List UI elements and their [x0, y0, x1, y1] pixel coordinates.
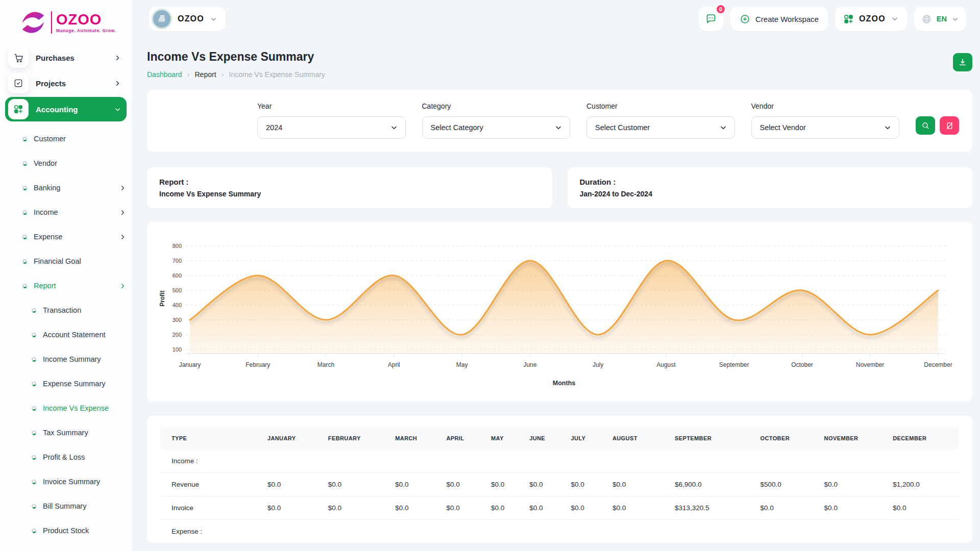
sidebar-item-banking[interactable]: Banking	[5, 176, 127, 200]
brand-logo[interactable]: OZOO Manage. Automate. Grow.	[0, 6, 132, 38]
svg-text:800: 800	[173, 243, 182, 249]
sidebar-nav: PurchasesProjectsAccountingCustomerVendo…	[0, 38, 132, 551]
chevron-down-icon	[719, 123, 727, 132]
sidebar-item-label: Report	[34, 282, 112, 290]
breadcrumb-dashboard[interactable]: Dashboard	[147, 70, 182, 79]
workspace-selector[interactable]: OZOO	[149, 7, 226, 31]
sidebar-item-label: Expense	[34, 233, 112, 241]
sidebar-item-vendor[interactable]: Vendor	[5, 151, 127, 176]
apply-filter-button[interactable]	[916, 116, 935, 135]
sidebar-item-income-summary[interactable]: Income Summary	[5, 347, 127, 371]
sidebar-item-label: Invoice Summary	[43, 478, 127, 486]
row-value: $313,320.5	[671, 496, 756, 520]
table-header-cell: TYPE	[160, 427, 263, 449]
report-value: Income Vs Expense Summary	[159, 190, 540, 198]
brand-swirl-icon	[19, 9, 47, 36]
row-value: $0.0	[442, 496, 487, 520]
category-select[interactable]: Select Category	[422, 116, 571, 139]
breadcrumb-report[interactable]: Report	[195, 70, 216, 79]
sidebar-item-profit-loss[interactable]: Profit & Loss	[5, 445, 127, 469]
sidebar-item-expense[interactable]: Expense	[5, 224, 127, 249]
chevron-down-icon	[554, 123, 562, 132]
download-report-button[interactable]	[953, 53, 972, 71]
workspace-name: OZOO	[178, 14, 204, 23]
sidebar-submenu: TransactionAccount StatementIncome Summa…	[5, 298, 127, 551]
svg-text:April: April	[388, 361, 400, 368]
chevron-down-icon	[884, 123, 892, 132]
svg-text:November: November	[856, 361, 884, 368]
filter-spacer	[160, 102, 241, 139]
create-workspace-button[interactable]: Create Workspace	[730, 7, 828, 31]
chat-bubble-icon	[705, 13, 717, 25]
chevron-down-icon	[390, 123, 398, 132]
sidebar-item-product-stock[interactable]: Product Stock	[5, 518, 127, 543]
sidebar-item-tax-summary[interactable]: Tax Summary	[5, 420, 127, 445]
chart-y-axis-title: Profit	[159, 290, 166, 306]
sidebar-item-label: Tax Summary	[43, 429, 127, 437]
table-section-row: Income :	[160, 449, 959, 473]
year-label: Year	[257, 102, 406, 110]
company-name: OZOO	[859, 14, 886, 23]
row-label: Revenue	[160, 473, 263, 496]
sidebar-item-transaction[interactable]: Transaction	[5, 298, 127, 322]
row-value: $0.0	[324, 473, 391, 496]
area-chart-svg: 800700600500400300200100JanuaryFebruaryM…	[157, 233, 963, 395]
language-code: EN	[937, 15, 947, 23]
bullet-icon	[32, 406, 36, 411]
svg-text:December: December	[924, 361, 952, 368]
row-value: $0.0	[391, 473, 442, 496]
sidebar-item-expense-summary[interactable]: Expense Summary	[5, 371, 127, 396]
building-icon	[156, 13, 167, 24]
vendor-label: Vendor	[751, 102, 900, 110]
sidebar-item-report[interactable]: Report	[5, 273, 127, 298]
sidebar-item-purchases[interactable]: Purchases	[5, 46, 127, 69]
row-value: $0.0	[567, 473, 608, 496]
bullet-icon	[22, 137, 27, 141]
sidebar-item-accounting[interactable]: Accounting	[5, 97, 127, 121]
table-header-cell: JUNE	[525, 427, 567, 449]
row-value: $0.0	[608, 473, 671, 496]
company-selector[interactable]: OZOO	[835, 7, 907, 31]
breadcrumb-current: Income Vs Expense Summary	[229, 70, 325, 79]
row-value: $0.0	[889, 496, 959, 520]
table-header-cell: SEPTEMBER	[671, 427, 756, 449]
duration-info-card: Duration : Jan-2024 to Dec-2024	[568, 167, 973, 208]
row-value: $0.0	[820, 496, 889, 520]
language-selector[interactable]: EN	[914, 7, 966, 31]
bullet-icon	[22, 259, 27, 264]
chevron-down-icon	[891, 15, 899, 23]
grid-plus-icon	[8, 99, 29, 119]
sidebar-item-invoice-summary[interactable]: Invoice Summary	[5, 469, 127, 494]
year-select[interactable]: 2024	[257, 116, 406, 139]
sidebar-item-income[interactable]: Income	[5, 200, 127, 224]
table-header-cell: MAY	[487, 427, 525, 449]
reset-filter-button[interactable]	[940, 116, 959, 135]
sidebar-item-projects[interactable]: Projects	[5, 71, 127, 95]
profit-area-chart: 800700600500400300200100JanuaryFebruaryM…	[157, 233, 962, 395]
svg-text:March: March	[317, 361, 334, 368]
vendor-select[interactable]: Select Vendor	[751, 116, 900, 139]
messages-button[interactable]: 0	[699, 7, 723, 31]
svg-text:July: July	[593, 361, 603, 368]
sidebar-item-income-vs-expense[interactable]: Income Vs Expense	[5, 396, 127, 420]
row-value: $0.0	[391, 496, 442, 520]
customer-select[interactable]: Select Customer	[586, 116, 735, 139]
chevron-right-icon	[119, 209, 127, 216]
svg-text:January: January	[179, 361, 201, 368]
chevron-right-icon	[119, 282, 127, 290]
sidebar-item-cash-flow[interactable]: Cash Flow	[5, 543, 127, 551]
category-label: Category	[422, 102, 571, 110]
check-square-icon	[8, 73, 29, 93]
row-value: $0.0	[263, 473, 324, 496]
bullet-icon	[32, 455, 36, 460]
sidebar-item-account-statement[interactable]: Account Statement	[5, 322, 127, 347]
sidebar-item-customer[interactable]: Customer	[5, 127, 127, 151]
table-section-label: Income :	[160, 449, 263, 473]
svg-text:300: 300	[173, 317, 182, 323]
sidebar-item-financial-goal[interactable]: Financial Goal	[5, 249, 127, 273]
row-value: $0.0	[820, 473, 889, 496]
sidebar-item-bill-summary[interactable]: Bill Summary	[5, 494, 127, 518]
sidebar-item-label: Accounting	[36, 105, 107, 114]
sidebar-item-label: Income	[34, 208, 112, 216]
sidebar-item-label: Customer	[34, 135, 127, 143]
